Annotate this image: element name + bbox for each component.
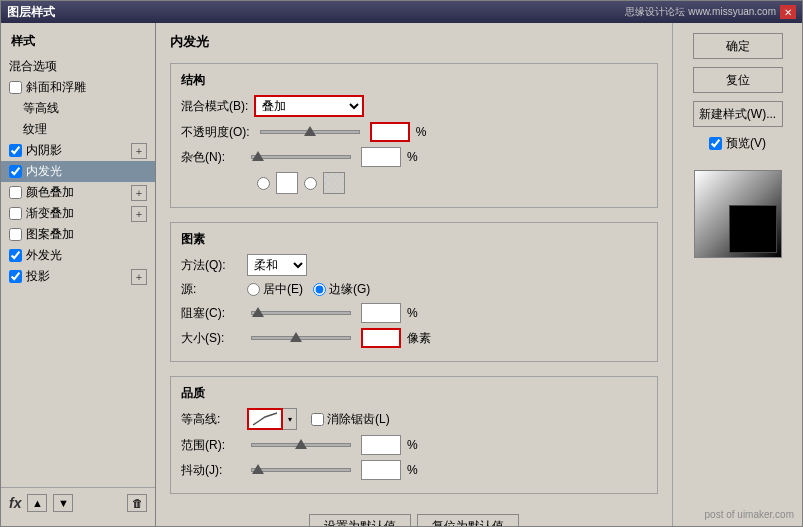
- checkbox-innershadow[interactable]: [9, 144, 22, 157]
- gradient-preview: [694, 170, 782, 258]
- preview-checkbox[interactable]: [709, 137, 722, 150]
- checkbox-coloroverlay[interactable]: [9, 186, 22, 199]
- contour-container: ▾: [247, 408, 297, 430]
- sidebar-label-innerglow: 内发光: [26, 163, 147, 180]
- sidebar-item-contour[interactable]: 等高线: [1, 98, 155, 119]
- dialog-title: 图层样式: [7, 4, 55, 21]
- blend-mode-row: 混合模式(B): 叠加 正常 溶解 滤色 正片叠底: [181, 95, 647, 117]
- noise-slider-track[interactable]: [251, 155, 351, 159]
- range-slider-thumb[interactable]: [295, 439, 307, 449]
- sidebar-label-patternoverlay: 图案叠加: [26, 226, 147, 243]
- sidebar-label-contour: 等高线: [23, 100, 147, 117]
- sidebar-item-texture[interactable]: 纹理: [1, 119, 155, 140]
- color-swatch[interactable]: [276, 172, 298, 194]
- size-input[interactable]: 43: [361, 328, 401, 348]
- left-panel-title: 样式: [1, 31, 155, 56]
- reset-button[interactable]: 复位: [693, 67, 783, 93]
- opacity-slider-thumb[interactable]: [304, 126, 316, 136]
- radio-edge[interactable]: [313, 283, 326, 296]
- plus-gradientoverlay[interactable]: +: [131, 206, 147, 222]
- left-panel: 样式 混合选项 斜面和浮雕 等高线 纹理 内阴影 + 内发光: [1, 23, 156, 526]
- dialog-window: 图层样式 思缘设计论坛 www.missyuan.com ✕ 样式 混合选项 斜…: [0, 0, 803, 527]
- checkbox-dropshadow[interactable]: [9, 270, 22, 283]
- jitter-unit: %: [407, 463, 421, 477]
- contour-curve-icon: [251, 411, 279, 427]
- color-row: [181, 172, 647, 194]
- sidebar-item-patternoverlay[interactable]: 图案叠加: [1, 224, 155, 245]
- sidebar-item-coloroverlay[interactable]: 颜色叠加 +: [1, 182, 155, 203]
- radio-gradient[interactable]: [304, 177, 317, 190]
- radio-solid[interactable]: [257, 177, 270, 190]
- sidebar-item-blendoptions[interactable]: 混合选项: [1, 56, 155, 77]
- reset-default-button[interactable]: 复位为默认值: [417, 514, 519, 526]
- checkbox-gradientoverlay[interactable]: [9, 207, 22, 220]
- sidebar-item-outerglow[interactable]: 外发光: [1, 245, 155, 266]
- fx-label: fx: [9, 495, 21, 511]
- range-input[interactable]: 50: [361, 435, 401, 455]
- move-up-button[interactable]: ▲: [27, 494, 47, 512]
- ok-button[interactable]: 确定: [693, 33, 783, 59]
- size-row: 大小(S): 43 像素: [181, 328, 647, 348]
- antialias-checkbox-label[interactable]: 消除锯齿(L): [311, 411, 390, 428]
- jitter-input[interactable]: 0: [361, 460, 401, 480]
- sidebar-item-innerglow[interactable]: 内发光: [1, 161, 155, 182]
- size-slider-track[interactable]: [251, 336, 351, 340]
- sidebar-label-texture: 纹理: [23, 121, 147, 138]
- new-style-button[interactable]: 新建样式(W)...: [693, 101, 783, 127]
- checkbox-bevelemboss[interactable]: [9, 81, 22, 94]
- antialias-label: 消除锯齿(L): [327, 411, 390, 428]
- range-slider-track[interactable]: [251, 443, 351, 447]
- radio-center[interactable]: [247, 283, 260, 296]
- dialog-body: 样式 混合选项 斜面和浮雕 等高线 纹理 内阴影 + 内发光: [1, 23, 802, 526]
- sidebar-label-bevelemboss: 斜面和浮雕: [26, 79, 147, 96]
- method-select[interactable]: 柔和 精确: [247, 254, 307, 276]
- blocking-slider-track[interactable]: [251, 311, 351, 315]
- noise-unit: %: [407, 150, 421, 164]
- opacity-slider-track[interactable]: [260, 130, 360, 134]
- sidebar-label-blendoptions: 混合选项: [9, 58, 147, 75]
- move-down-button[interactable]: ▼: [53, 494, 73, 512]
- sidebar-item-bevelemboss[interactable]: 斜面和浮雕: [1, 77, 155, 98]
- noise-input[interactable]: 0: [361, 147, 401, 167]
- sidebar-label-gradientoverlay: 渐变叠加: [26, 205, 131, 222]
- gradient-swatch[interactable]: [323, 172, 345, 194]
- preview-checkbox-label[interactable]: 预览(V): [709, 135, 766, 152]
- antialias-checkbox[interactable]: [311, 413, 324, 426]
- element-section: 图素 方法(Q): 柔和 精确 源: 居中(E): [170, 222, 658, 362]
- contour-dropdown-button[interactable]: ▾: [283, 408, 297, 430]
- checkbox-patternoverlay[interactable]: [9, 228, 22, 241]
- noise-slider-thumb[interactable]: [252, 151, 264, 161]
- set-default-button[interactable]: 设置为默认值: [309, 514, 411, 526]
- plus-dropshadow[interactable]: +: [131, 269, 147, 285]
- delete-style-button[interactable]: 🗑: [127, 494, 147, 512]
- sidebar-item-dropshadow[interactable]: 投影 +: [1, 266, 155, 287]
- range-row: 范围(R): 50 %: [181, 435, 647, 455]
- jitter-slider-track[interactable]: [251, 468, 351, 472]
- source-row: 源: 居中(E) 边缘(G): [181, 281, 647, 298]
- sidebar-item-innershadow[interactable]: 内阴影 +: [1, 140, 155, 161]
- size-slider-thumb[interactable]: [290, 332, 302, 342]
- checkbox-outerglow[interactable]: [9, 249, 22, 262]
- plus-coloroverlay[interactable]: +: [131, 185, 147, 201]
- range-unit: %: [407, 438, 421, 452]
- preview-label: 预览(V): [726, 135, 766, 152]
- gradient-inner-square: [729, 205, 777, 253]
- contour-row: 等高线: ▾ 消除锯齿(L): [181, 408, 647, 430]
- checkbox-innerglow[interactable]: [9, 165, 22, 178]
- plus-innershadow[interactable]: +: [131, 143, 147, 159]
- opacity-input[interactable]: 50: [370, 122, 410, 142]
- source-edge-option[interactable]: 边缘(G): [313, 281, 370, 298]
- blend-mode-select[interactable]: 叠加 正常 溶解 滤色 正片叠底: [254, 95, 364, 117]
- source-center-option[interactable]: 居中(E): [247, 281, 303, 298]
- contour-preview-box[interactable]: [247, 408, 283, 430]
- bottom-watermark: post of uimaker.com: [705, 509, 794, 520]
- sidebar-item-gradientoverlay[interactable]: 渐变叠加 +: [1, 203, 155, 224]
- blocking-input[interactable]: 0: [361, 303, 401, 323]
- jitter-slider-thumb[interactable]: [252, 464, 264, 474]
- blocking-slider-thumb[interactable]: [252, 307, 264, 317]
- contour-label: 等高线:: [181, 411, 241, 428]
- close-button[interactable]: ✕: [780, 5, 796, 19]
- noise-row: 杂色(N): 0 %: [181, 147, 647, 167]
- sidebar-label-dropshadow: 投影: [26, 268, 131, 285]
- title-bar: 图层样式 思缘设计论坛 www.missyuan.com ✕: [1, 1, 802, 23]
